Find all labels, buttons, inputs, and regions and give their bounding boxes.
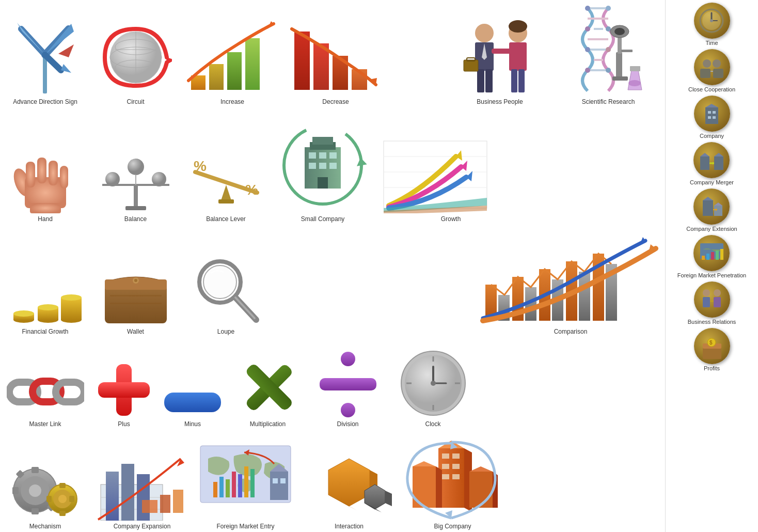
wallet-icon — [100, 264, 172, 328]
svg-point-47 — [585, 6, 590, 11]
svg-rect-210 — [452, 474, 460, 479]
svg-rect-229 — [705, 107, 718, 124]
svg-rect-157 — [31, 467, 39, 473]
svg-rect-180 — [160, 495, 170, 513]
svg-marker-61 — [628, 70, 642, 90]
loupe-icon — [190, 254, 262, 328]
balance-lever-cell: % % Balance Lever — [181, 148, 271, 228]
financial-growth-cell: Financial Growth — [0, 261, 90, 340]
svg-rect-184 — [213, 482, 217, 497]
mechanism-icon — [7, 459, 84, 523]
svg-point-54 — [606, 68, 611, 73]
multiplication-label: Multiplication — [250, 420, 286, 429]
svg-point-224 — [703, 59, 711, 68]
svg-rect-69 — [60, 166, 68, 189]
svg-rect-38 — [464, 60, 478, 71]
svg-rect-62 — [630, 66, 640, 71]
advance-direction-sign-cell: Advance Direction Sign — [0, 10, 90, 111]
sidebar-profits-label: Profits — [704, 365, 720, 371]
svg-rect-88 — [309, 152, 316, 159]
svg-rect-187 — [232, 472, 236, 497]
sidebar-time-icon — [694, 3, 730, 39]
svg-line-121 — [235, 298, 255, 318]
increase-icon — [186, 19, 279, 98]
svg-rect-237 — [714, 157, 723, 170]
svg-rect-70 — [30, 203, 61, 213]
plus-icon — [96, 362, 152, 420]
svg-text:%: % — [194, 158, 207, 174]
svg-rect-0 — [43, 55, 47, 93]
small-company-cell: Small Company — [271, 113, 374, 228]
svg-point-75 — [105, 172, 120, 186]
small-company-label: Small Company — [301, 215, 345, 224]
svg-point-74 — [128, 159, 144, 175]
sidebar-company-merger-item[interactable]: Company Merger — [690, 142, 734, 185]
sidebar-business-relations-icon — [694, 281, 730, 318]
sidebar-time-label: Time — [705, 40, 718, 46]
svg-rect-28 — [477, 69, 484, 92]
svg-rect-138 — [98, 382, 150, 398]
svg-rect-233 — [708, 116, 711, 119]
sidebar-business-relations-item[interactable]: Business Relations — [688, 281, 736, 325]
svg-point-114 — [134, 279, 137, 282]
svg-point-104 — [13, 310, 34, 317]
svg-rect-207 — [442, 464, 449, 469]
balance-label: Balance — [124, 215, 147, 224]
svg-rect-250 — [711, 252, 714, 260]
sidebar-company-icon — [694, 96, 730, 132]
svg-marker-215 — [469, 466, 493, 472]
svg-rect-251 — [716, 251, 719, 260]
multiplication-icon — [237, 356, 299, 420]
svg-rect-167 — [59, 511, 66, 516]
growth-label: Growth — [441, 215, 461, 224]
minus-icon — [162, 387, 224, 420]
svg-rect-18 — [245, 38, 260, 90]
scientific-research-icon — [557, 3, 660, 98]
sidebar-close-cooperation-item[interactable]: Close Cooperation — [688, 49, 735, 92]
business-people-cell: Business People — [448, 15, 551, 111]
svg-rect-234 — [713, 116, 716, 119]
svg-rect-159 — [12, 487, 19, 494]
svg-rect-29 — [485, 69, 493, 92]
svg-rect-208 — [452, 464, 460, 469]
sidebar-company-label: Company — [700, 133, 724, 139]
svg-point-53 — [585, 68, 590, 73]
svg-rect-92 — [319, 163, 326, 169]
svg-rect-178 — [137, 474, 150, 521]
svg-rect-94 — [318, 177, 328, 189]
svg-rect-55 — [616, 52, 622, 78]
svg-rect-252 — [720, 249, 723, 260]
interaction-icon — [305, 453, 393, 523]
balance-icon — [97, 157, 175, 215]
svg-rect-190 — [250, 469, 255, 497]
svg-rect-206 — [452, 453, 460, 459]
comparison-icon — [480, 233, 661, 328]
loupe-label: Loupe — [217, 328, 234, 336]
svg-rect-169 — [69, 496, 74, 502]
svg-rect-93 — [329, 163, 337, 169]
sidebar-time-item[interactable]: Time — [694, 3, 730, 46]
svg-rect-129 — [579, 272, 590, 321]
sidebar-profits-item[interactable]: $ Profits — [694, 328, 730, 371]
svg-rect-37 — [492, 49, 511, 54]
sidebar-foreign-market-penetration-item[interactable]: Foreign Market Penetration — [677, 235, 746, 278]
big-company-cell: Big Company — [401, 435, 504, 532]
sidebar-company-extension-item[interactable]: Company Extension — [686, 189, 737, 232]
sidebar-company-item[interactable]: Company — [694, 96, 730, 139]
plus-cell: Plus — [90, 358, 157, 433]
svg-rect-73 — [125, 206, 146, 210]
svg-rect-179 — [142, 500, 157, 513]
svg-rect-181 — [173, 490, 183, 513]
balance-cell: Balance — [90, 153, 181, 228]
growth-cell: Growth — [374, 128, 527, 228]
circuit-icon — [100, 19, 172, 98]
svg-rect-166 — [59, 483, 66, 488]
svg-rect-185 — [219, 477, 224, 497]
svg-point-165 — [58, 495, 67, 503]
svg-point-142 — [341, 352, 355, 366]
wallet-cell: Wallet — [90, 261, 181, 340]
foreign-market-entry-icon — [198, 443, 293, 523]
svg-point-225 — [713, 59, 721, 68]
decrease-icon — [289, 19, 382, 98]
svg-rect-195 — [280, 478, 286, 483]
